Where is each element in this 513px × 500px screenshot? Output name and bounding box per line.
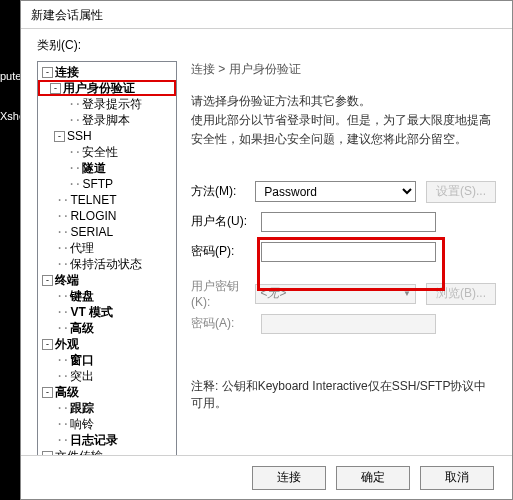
button-bar: 连接 确定 取消 xyxy=(21,455,512,499)
method-select[interactable]: Password xyxy=(255,181,416,202)
chevron-right-icon: > xyxy=(218,62,225,76)
description-text: 请选择身份验证方法和其它参数。 使用此部分以节省登录时间。但是，为了最大限度地提… xyxy=(191,92,496,150)
breadcrumb-current: 用户身份验证 xyxy=(229,62,301,76)
tree-telnet[interactable]: ··TELNET xyxy=(38,192,176,208)
tree-trace[interactable]: ··跟踪 xyxy=(38,400,176,416)
ok-button[interactable]: 确定 xyxy=(336,466,410,490)
titlebar: 新建会话属性 xyxy=(21,1,512,29)
tree-ssh[interactable]: -SSH xyxy=(38,128,176,144)
collapse-icon[interactable]: - xyxy=(50,83,61,94)
username-label: 用户名(U): xyxy=(191,213,261,230)
userkey-label: 用户密钥(K): xyxy=(191,278,255,309)
tree-advanced[interactable]: ··高级 xyxy=(38,320,176,336)
note-text: 注释: 公钥和Keyboard Interactive仅在SSH/SFTP协议中… xyxy=(191,378,496,412)
tree-sftp[interactable]: ··SFTP xyxy=(38,176,176,192)
tree-auth[interactable]: -用户身份验证 xyxy=(38,80,176,96)
collapse-icon[interactable]: - xyxy=(42,275,53,286)
tree-serial[interactable]: ··SERIAL xyxy=(38,224,176,240)
tree-bell[interactable]: ··响铃 xyxy=(38,416,176,432)
breadcrumb: 连接 > 用户身份验证 xyxy=(191,61,496,78)
password-field[interactable] xyxy=(261,242,436,262)
connect-button[interactable]: 连接 xyxy=(252,466,326,490)
chevron-down-icon: ▼ xyxy=(403,289,411,298)
tree-logging[interactable]: ··日志记录 xyxy=(38,432,176,448)
tree-login-prompt[interactable]: ··登录提示符 xyxy=(38,96,176,112)
tree-terminal[interactable]: -终端 xyxy=(38,272,176,288)
browse-button: 浏览(B)... xyxy=(426,283,496,305)
tree-vtmode[interactable]: ··VT 模式 xyxy=(38,304,176,320)
session-properties-dialog: 新建会话属性 类别(C): -连接 -用户身份验证 ··登录提示符 ··登录脚本… xyxy=(20,0,513,500)
tree-window[interactable]: ··窗口 xyxy=(38,352,176,368)
cancel-button[interactable]: 取消 xyxy=(420,466,494,490)
userkey-select: <无>▼ xyxy=(255,284,416,304)
tree-proxy[interactable]: ··代理 xyxy=(38,240,176,256)
collapse-icon[interactable]: - xyxy=(42,67,53,78)
tree-login-script[interactable]: ··登录脚本 xyxy=(38,112,176,128)
setup-button: 设置(S)... xyxy=(426,181,496,203)
tree-rlogin[interactable]: ··RLOGIN xyxy=(38,208,176,224)
collapse-icon[interactable]: - xyxy=(42,387,53,398)
right-panel: 连接 > 用户身份验证 请选择身份验证方法和其它参数。 使用此部分以节省登录时间… xyxy=(191,61,496,412)
tree-keepalive[interactable]: ··保持活动状态 xyxy=(38,256,176,272)
tree-connection[interactable]: -连接 xyxy=(38,64,176,80)
dialog-title: 新建会话属性 xyxy=(31,8,103,22)
category-label: 类别(C): xyxy=(37,37,496,54)
tree-advanced2[interactable]: -高级 xyxy=(38,384,176,400)
passphrase-label: 密码(A): xyxy=(191,315,261,332)
category-tree[interactable]: -连接 -用户身份验证 ··登录提示符 ··登录脚本 -SSH ··安全性 ··… xyxy=(37,61,177,469)
password-label: 密码(P): xyxy=(191,243,261,260)
collapse-icon[interactable]: - xyxy=(54,131,65,142)
tree-keyboard[interactable]: ··键盘 xyxy=(38,288,176,304)
breadcrumb-root: 连接 xyxy=(191,62,215,76)
tree-highlight[interactable]: ··突出 xyxy=(38,368,176,384)
username-field[interactable] xyxy=(261,212,436,232)
tree-security[interactable]: ··安全性 xyxy=(38,144,176,160)
tree-appearance[interactable]: -外观 xyxy=(38,336,176,352)
tree-tunnel[interactable]: ··隧道 xyxy=(38,160,176,176)
passphrase-field xyxy=(261,314,436,334)
method-label: 方法(M): xyxy=(191,183,255,200)
collapse-icon[interactable]: - xyxy=(42,339,53,350)
